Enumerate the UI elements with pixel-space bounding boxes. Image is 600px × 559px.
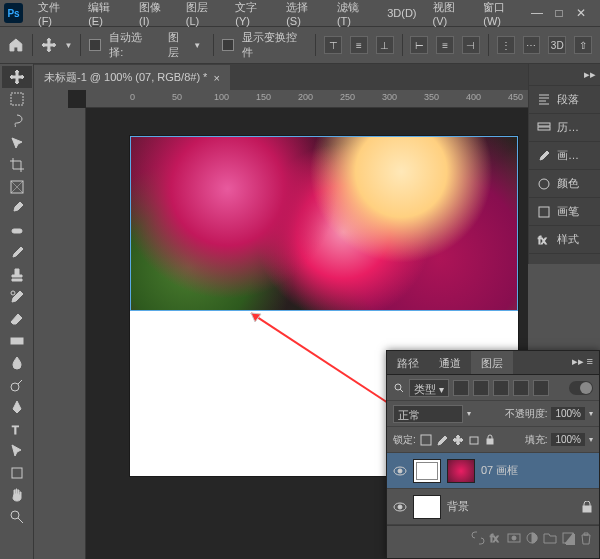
dropdown-arrow-icon[interactable]: ▼ [65, 41, 73, 50]
layer-name[interactable]: 07 画框 [481, 463, 518, 478]
menu-file[interactable]: 文件(F) [31, 0, 79, 30]
lock-paint-icon[interactable] [436, 434, 448, 446]
menu-window[interactable]: 窗口(W) [476, 0, 528, 30]
healing-tool[interactable] [2, 220, 32, 242]
new-layer-icon[interactable] [561, 531, 575, 545]
show-transform-checkbox[interactable] [222, 39, 234, 51]
move-tool[interactable] [2, 66, 32, 88]
zoom-tool[interactable] [2, 506, 32, 528]
dodge-tool[interactable] [2, 374, 32, 396]
align-right-icon[interactable]: ⊣ [462, 36, 480, 54]
paragraph-panel-tab[interactable]: 段落 [529, 86, 600, 114]
layers-tab[interactable]: 图层 [471, 351, 513, 374]
align-bottom-icon[interactable]: ⊥ [376, 36, 394, 54]
collapse-panels-icon[interactable]: ▸▸ [529, 64, 600, 86]
image-thumbnail[interactable] [447, 459, 475, 483]
menu-view[interactable]: 视图(V) [426, 0, 475, 30]
gradient-tool[interactable] [2, 330, 32, 352]
home-icon[interactable] [8, 37, 24, 53]
crop-tool[interactable] [2, 154, 32, 176]
share-icon[interactable]: ⇧ [574, 36, 592, 54]
auto-select-checkbox[interactable] [89, 39, 101, 51]
align-vcenter-icon[interactable]: ≡ [350, 36, 368, 54]
marquee-tool[interactable] [2, 88, 32, 110]
blend-mode-dropdown[interactable]: 正常 [393, 405, 463, 423]
visibility-icon[interactable] [393, 464, 407, 478]
svg-point-27 [512, 536, 516, 540]
menu-3d[interactable]: 3D(D) [380, 4, 423, 22]
lasso-tool[interactable] [2, 110, 32, 132]
lock-nested-icon[interactable] [468, 434, 480, 446]
eraser-tool[interactable] [2, 308, 32, 330]
paths-tab[interactable]: 路径 [387, 351, 429, 374]
menu-text[interactable]: 文字(Y) [228, 0, 277, 30]
adjustment-layer-icon[interactable] [525, 531, 539, 545]
menu-edit[interactable]: 编辑(E) [81, 0, 130, 30]
layer-item[interactable]: 背景 [387, 489, 599, 525]
frame-tool[interactable] [2, 176, 32, 198]
panel-menu-icon[interactable]: ▸▸ ≡ [566, 351, 599, 374]
layer-style-icon[interactable]: fx [489, 531, 503, 545]
minimize-button[interactable]: — [530, 6, 544, 20]
history-panel-tab[interactable]: 历… [529, 114, 600, 142]
menu-select[interactable]: 选择(S) [279, 0, 328, 30]
layer-item[interactable]: 07 画框 [387, 453, 599, 489]
quick-select-tool[interactable] [2, 132, 32, 154]
fill-value[interactable]: 100% [551, 433, 585, 446]
layer-mask-icon[interactable] [507, 531, 521, 545]
delete-layer-icon[interactable] [579, 531, 593, 545]
menu-image[interactable]: 图像(I) [132, 0, 177, 30]
frame-selection[interactable] [130, 136, 518, 311]
shape-tool[interactable] [2, 462, 32, 484]
filter-type-dropdown[interactable]: 类型 ▾ [409, 379, 449, 397]
layer-thumbnail[interactable] [413, 495, 441, 519]
auto-select-target-dropdown[interactable]: 图层▼ [164, 28, 205, 62]
document-tab[interactable]: 未标题-1 @ 100% (07, RGB/8#) * × [34, 65, 230, 90]
3d-mode-icon[interactable]: 3D [548, 36, 566, 54]
align-top-icon[interactable]: ⊤ [324, 36, 342, 54]
frame-thumbnail[interactable] [413, 459, 441, 483]
svg-rect-19 [487, 439, 493, 444]
stamp-tool[interactable] [2, 264, 32, 286]
eyedropper-tool[interactable] [2, 198, 32, 220]
layer-name[interactable]: 背景 [447, 499, 469, 514]
filter-adjust-icon[interactable] [473, 380, 489, 396]
styles-panel-tab[interactable]: fx样式 [529, 226, 600, 254]
document-tab-title: 未标题-1 @ 100% (07, RGB/8#) * [44, 70, 207, 85]
channels-tab[interactable]: 通道 [429, 351, 471, 374]
pen-tool[interactable] [2, 396, 32, 418]
lock-transparency-icon[interactable] [420, 434, 432, 446]
type-tool[interactable]: T [2, 418, 32, 440]
brush-tool[interactable] [2, 242, 32, 264]
svg-point-23 [398, 505, 402, 509]
brushes-panel-tab[interactable]: 画笔 [529, 198, 600, 226]
distribute-icon[interactable]: ⋮ [497, 36, 515, 54]
filter-type-icon[interactable] [493, 380, 509, 396]
visibility-icon[interactable] [393, 500, 407, 514]
filter-toggle[interactable] [569, 381, 593, 395]
history-brush-tool[interactable] [2, 286, 32, 308]
group-icon[interactable] [543, 531, 557, 545]
menu-filter[interactable]: 滤镜(T) [330, 0, 378, 30]
link-layers-icon[interactable] [471, 531, 485, 545]
path-select-tool[interactable] [2, 440, 32, 462]
maximize-button[interactable]: □ [552, 6, 566, 20]
close-tab-icon[interactable]: × [213, 72, 219, 84]
hand-tool[interactable] [2, 484, 32, 506]
filter-smart-icon[interactable] [533, 380, 549, 396]
filter-pixel-icon[interactable] [453, 380, 469, 396]
svg-rect-17 [421, 435, 431, 445]
filter-shape-icon[interactable] [513, 380, 529, 396]
align-hcenter-icon[interactable]: ≡ [436, 36, 454, 54]
menu-layer[interactable]: 图层(L) [179, 0, 227, 30]
align-left-icon[interactable]: ⊢ [410, 36, 428, 54]
opacity-value[interactable]: 100% [551, 407, 585, 420]
brush-panel-tab[interactable]: 画… [529, 142, 600, 170]
more-icon[interactable]: ⋯ [523, 36, 541, 54]
close-button[interactable]: ✕ [574, 6, 588, 20]
color-panel-tab[interactable]: 颜色 [529, 170, 600, 198]
svg-point-3 [11, 291, 15, 295]
lock-all-icon[interactable] [484, 434, 496, 446]
blur-tool[interactable] [2, 352, 32, 374]
lock-position-icon[interactable] [452, 434, 464, 446]
